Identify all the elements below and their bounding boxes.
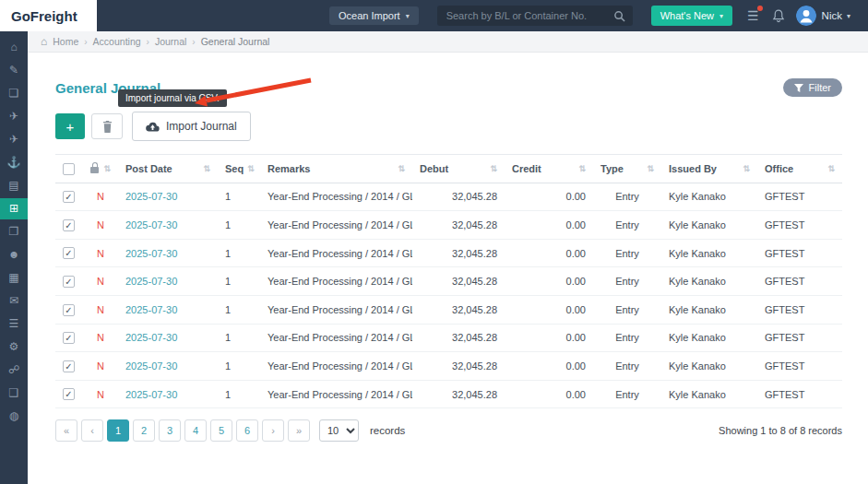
lock-flag: N: [97, 304, 104, 315]
seq-cell: 1: [218, 183, 260, 211]
delete-button[interactable]: [91, 113, 123, 139]
quotation-icon: ✎: [9, 64, 18, 77]
remarks-cell: Year-End Processing / 2014 / GL451: [260, 267, 412, 296]
debit-cell: 32,045.28: [412, 267, 505, 296]
row-checkbox[interactable]: ✓: [63, 191, 75, 203]
page-button-2[interactable]: 2: [133, 419, 155, 442]
remarks-cell: Year-End Processing / 2014 / GL451: [260, 352, 412, 381]
notification-dot: [757, 6, 763, 11]
avatar[interactable]: [796, 6, 816, 26]
column-header-post_date[interactable]: Post Date⇅: [118, 155, 218, 183]
column-header-lock[interactable]: ⇅: [83, 155, 118, 183]
sidebar-item-ledger[interactable]: ☰: [0, 313, 28, 335]
post-date-link[interactable]: 2025-07-30: [125, 389, 177, 400]
post-date-link[interactable]: 2025-07-30: [125, 360, 177, 372]
page-button-5[interactable]: 5: [210, 419, 232, 442]
post-date-link[interactable]: 2025-07-30: [125, 191, 177, 202]
sidebar-item-home[interactable]: ⌂: [0, 37, 28, 58]
breadcrumb-item[interactable]: Home: [53, 36, 78, 47]
row-checkbox[interactable]: ✓: [63, 276, 75, 288]
sidebar-item-reports[interactable]: ▦: [0, 267, 28, 289]
breadcrumb-item[interactable]: Accounting: [93, 36, 141, 47]
sidebar-item-air-import[interactable]: ✈: [0, 106, 28, 127]
chevron-down-icon: ▾: [847, 12, 850, 20]
page-nav-button[interactable]: »: [288, 419, 310, 442]
add-button[interactable]: +: [55, 113, 85, 139]
breadcrumb-separator: ›: [84, 37, 87, 47]
page-button-4[interactable]: 4: [184, 419, 207, 442]
type-cell: Entry: [593, 211, 661, 240]
global-search: [437, 6, 633, 26]
column-header-office[interactable]: Office⇅: [757, 155, 842, 183]
module-dropdown[interactable]: Ocean Import ▾: [329, 6, 419, 25]
sidebar-item-customers[interactable]: ☻: [0, 244, 28, 266]
post-date-link[interactable]: 2025-07-30: [125, 276, 177, 287]
import-journal-button[interactable]: Import Journal: [132, 112, 251, 141]
bell-icon[interactable]: [772, 9, 785, 23]
select-all-checkbox[interactable]: [63, 163, 75, 175]
row-checkbox[interactable]: ✓: [63, 247, 75, 259]
page-size-select[interactable]: 10: [319, 419, 359, 442]
row-checkbox[interactable]: ✓: [63, 388, 75, 400]
column-header-type[interactable]: Type⇅: [593, 155, 661, 183]
sidebar-item-air-export[interactable]: ✈: [0, 129, 28, 150]
sidebar-item-quotation[interactable]: ✎: [0, 60, 28, 81]
column-header-check[interactable]: [55, 155, 83, 183]
sidebar-item-integrations[interactable]: ☍: [0, 360, 28, 381]
user-menu[interactable]: Nick ▾: [822, 10, 850, 21]
issued-by-cell: Kyle Kanako: [661, 183, 757, 211]
row-checkbox[interactable]: ✓: [63, 360, 75, 372]
column-label: Office: [765, 163, 793, 174]
page-button-1[interactable]: 1: [107, 419, 129, 442]
row-checkbox[interactable]: ✓: [63, 219, 75, 231]
filter-button[interactable]: Filter: [783, 78, 842, 97]
remarks-cell: Year-End Processing / 2014 / GL451: [260, 324, 412, 352]
sidebar-item-booking[interactable]: ❏: [0, 83, 28, 104]
column-header-credit[interactable]: Credit⇅: [505, 155, 593, 183]
post-date-link[interactable]: 2025-07-30: [125, 304, 177, 315]
whats-new-label: What's New: [660, 10, 714, 21]
column-header-issued_by[interactable]: Issued By⇅: [661, 155, 757, 183]
row-checkbox[interactable]: ✓: [63, 332, 75, 344]
sidebar-item-archive[interactable]: ❑: [0, 383, 28, 404]
seq-cell: 1: [218, 380, 260, 408]
sidebar-item-global[interactable]: ◍: [0, 406, 28, 427]
table-footer: «‹123456›» 10 records Showing 1 to 8 of …: [55, 419, 842, 460]
search-input[interactable]: [445, 9, 613, 22]
sidebar-item-accounting[interactable]: ⊞: [0, 198, 28, 219]
table-row: ✓N2025-07-301Year-End Processing / 2014 …: [55, 211, 842, 240]
lock-flag: N: [97, 191, 104, 202]
seq-cell: 1: [218, 211, 260, 240]
page-nav-button[interactable]: «: [55, 419, 77, 442]
search-icon[interactable]: [613, 10, 625, 22]
post-date-link[interactable]: 2025-07-30: [125, 219, 177, 230]
seq-cell: 1: [218, 352, 260, 381]
page-button-6[interactable]: 6: [236, 419, 258, 442]
booking-icon: ❏: [9, 87, 19, 100]
tasks-icon[interactable]: ☰: [747, 8, 759, 23]
column-label: Remarks: [268, 163, 310, 174]
sidebar-item-trucking[interactable]: ❐: [0, 221, 28, 242]
debit-cell: 32,045.28: [412, 183, 505, 211]
post-date-link[interactable]: 2025-07-30: [125, 248, 177, 259]
page-nav-button[interactable]: ‹: [81, 419, 103, 442]
column-header-debut[interactable]: Debut⇅: [412, 155, 505, 183]
sidebar-item-ocean-freight[interactable]: ⚓: [0, 152, 28, 173]
sort-icon: ⇅: [490, 164, 497, 173]
sidebar-item-settings[interactable]: ⚙: [0, 336, 28, 358]
column-header-seq[interactable]: Seq⇅: [218, 155, 260, 183]
page-nav-button[interactable]: ›: [262, 419, 284, 442]
home-icon[interactable]: ⌂: [41, 35, 47, 48]
sidebar-item-documents[interactable]: ✉: [0, 290, 28, 312]
import-journal-label: Import Journal: [166, 120, 237, 133]
sort-icon: ⇅: [398, 164, 405, 173]
column-header-remarks[interactable]: Remarks⇅: [260, 155, 412, 183]
sidebar-item-warehouse[interactable]: ▤: [0, 175, 28, 196]
breadcrumb-item[interactable]: Journal: [155, 36, 186, 47]
trash-icon: [102, 121, 113, 133]
whats-new-button[interactable]: What's New ▾: [651, 6, 732, 26]
row-checkbox[interactable]: ✓: [63, 304, 75, 316]
page-button-3[interactable]: 3: [159, 419, 181, 442]
post-date-link[interactable]: 2025-07-30: [125, 332, 177, 343]
debit-cell: 32,045.28: [412, 380, 505, 408]
